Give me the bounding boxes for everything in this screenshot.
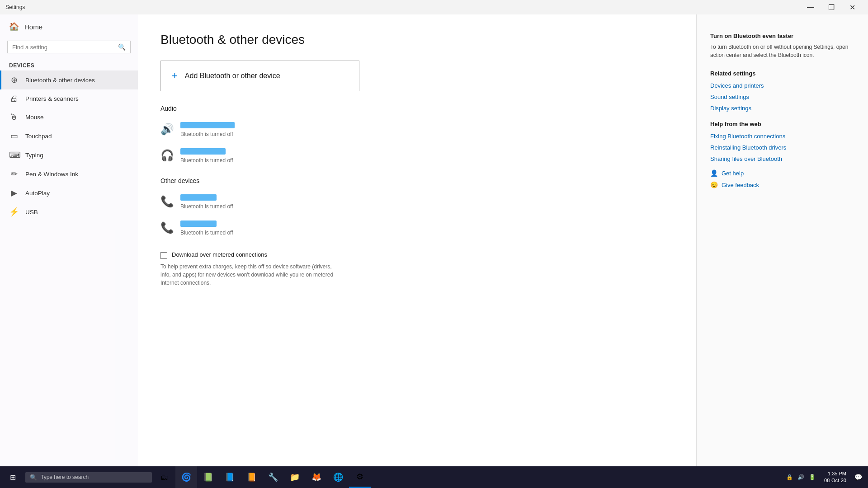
- sidebar-item-label: USB: [25, 209, 38, 216]
- tip-text: To turn Bluetooth on or off without open…: [710, 43, 854, 59]
- sidebar-item-printers[interactable]: 🖨 Printers & scanners: [0, 89, 138, 108]
- typing-icon: ⌨: [9, 150, 19, 160]
- taskbar-app-misc[interactable]: 🔧: [262, 466, 284, 488]
- app-title: Settings: [5, 4, 25, 10]
- sidebar-item-bluetooth[interactable]: ⊕ Bluetooth & other devices: [0, 70, 138, 89]
- usb-icon: ⚡: [9, 207, 19, 217]
- sidebar-item-pen[interactable]: ✏ Pen & Windows Ink: [0, 164, 138, 183]
- audio-device-1-name-blur: [180, 122, 235, 128]
- audio-device-2-info: Bluetooth is turned off: [180, 148, 233, 164]
- sidebar-item-label: Typing: [25, 152, 43, 159]
- help-link-sharing[interactable]: Sharing files over Bluetooth: [710, 155, 854, 162]
- sidebar-item-typing[interactable]: ⌨ Typing: [0, 145, 138, 164]
- touchpad-icon: ▭: [9, 131, 19, 141]
- give-feedback-icon: 😊: [710, 181, 718, 188]
- tray-network-icon[interactable]: 🔒: [785, 473, 794, 481]
- taskbar: ⊞ 🔍 🗂 🌀 📗 📘 📙 🔧 📁 🦊 🌐 ⚙ 🔒 🔊 🔋 1:35 PM 08…: [0, 466, 868, 488]
- sidebar-item-usb[interactable]: ⚡ USB: [0, 202, 138, 221]
- related-link-devices-printers[interactable]: Devices and printers: [710, 82, 854, 89]
- add-device-label: Add Bluetooth or other device: [185, 72, 280, 80]
- pen-icon: ✏: [9, 169, 19, 179]
- taskbar-tray: 🔒 🔊 🔋: [781, 473, 821, 481]
- sidebar-item-label: Bluetooth & other devices: [25, 77, 95, 84]
- sidebar-item-touchpad[interactable]: ▭ Touchpad: [0, 127, 138, 145]
- title-bar-controls: — ❐ ✕: [800, 0, 863, 14]
- sidebar-item-label: AutoPlay: [25, 190, 50, 197]
- search-input[interactable]: [12, 44, 114, 51]
- audio-device-2-status: Bluetooth is turned off: [180, 157, 233, 164]
- tray-time: 1:35 PM: [824, 470, 846, 477]
- related-link-display[interactable]: Display settings: [710, 105, 854, 112]
- get-help-icon: 👤: [710, 169, 718, 177]
- audio-device-2: 🎧 Bluetooth is turned off: [160, 144, 674, 168]
- taskbar-apps: 🗂 🌀 📗 📘 📙 🔧 📁 🦊 🌐 ⚙: [154, 466, 371, 488]
- other-device-2: 📞 Bluetooth is turned off: [160, 216, 674, 240]
- search-box[interactable]: 🔍: [7, 41, 131, 53]
- metered-connections-checkbox[interactable]: [160, 252, 167, 259]
- taskbar-app-settings[interactable]: ⚙: [349, 466, 371, 488]
- mouse-icon: 🖱: [9, 113, 19, 122]
- other-device-1-name-blur: [180, 194, 217, 201]
- give-feedback-label: Give feedback: [722, 182, 759, 188]
- other-device-1: 📞 Bluetooth is turned off: [160, 190, 674, 214]
- close-button[interactable]: ✕: [842, 0, 863, 14]
- start-button[interactable]: ⊞: [2, 466, 24, 488]
- taskbar-search-input[interactable]: [41, 474, 147, 480]
- audio-device-1-status: Bluetooth is turned off: [180, 131, 235, 137]
- sidebar-item-mouse[interactable]: 🖱 Mouse: [0, 108, 138, 127]
- sidebar-section-label: Devices: [0, 59, 138, 70]
- audio-section-header: Audio: [160, 105, 674, 112]
- taskbar-app-chrome[interactable]: 🌐: [327, 466, 349, 488]
- taskbar-app-word[interactable]: 📘: [219, 466, 241, 488]
- tray-volume-icon[interactable]: 🔊: [796, 473, 806, 481]
- taskbar-app-edge[interactable]: 🌀: [175, 466, 197, 488]
- taskbar-app-firefox[interactable]: 🦊: [306, 466, 327, 488]
- app-body: 🏠 Home 🔍 Devices ⊕ Bluetooth & other dev…: [0, 14, 868, 466]
- main-content: Bluetooth & other devices + Add Bluetoot…: [138, 14, 696, 466]
- taskbar-app-ppt[interactable]: 📙: [241, 466, 262, 488]
- windows-icon: ⊞: [10, 473, 16, 482]
- home-label: Home: [24, 23, 42, 31]
- help-link-fixing-bt[interactable]: Fixing Bluetooth connections: [710, 133, 854, 140]
- speaker-icon: 🔊: [160, 123, 174, 136]
- taskbar-app-excel[interactable]: 📗: [197, 466, 219, 488]
- other-device-2-name-blur: [180, 221, 217, 227]
- add-device-button[interactable]: + Add Bluetooth or other device: [160, 61, 359, 91]
- tip-title: Turn on Bluetooth even faster: [710, 33, 854, 39]
- get-help-link[interactable]: 👤 Get help: [710, 169, 854, 177]
- audio-device-1-info: Bluetooth is turned off: [180, 122, 235, 137]
- page-title: Bluetooth & other devices: [160, 33, 674, 47]
- search-icon: 🔍: [118, 43, 126, 51]
- sidebar-item-autoplay[interactable]: ▶ AutoPlay: [0, 183, 138, 202]
- help-link-reinstall[interactable]: Reinstalling Bluetooth drivers: [710, 144, 854, 151]
- related-settings-title: Related settings: [710, 70, 854, 77]
- other-device-1-status: Bluetooth is turned off: [180, 203, 233, 210]
- right-panel: Turn on Bluetooth even faster To turn Bl…: [696, 14, 868, 466]
- tray-clock[interactable]: 1:35 PM 08-Oct-20: [821, 470, 850, 484]
- headphones-icon: 🎧: [160, 149, 174, 162]
- minimize-button[interactable]: —: [800, 0, 821, 14]
- phone-icon-1: 📞: [160, 195, 174, 208]
- checkbox-description: To help prevent extra charges, keep this…: [160, 263, 341, 287]
- taskbar-search[interactable]: 🔍: [25, 472, 152, 483]
- get-help-label: Get help: [722, 170, 744, 177]
- sidebar-item-label: Printers & scanners: [25, 95, 79, 102]
- printers-icon: 🖨: [9, 94, 19, 103]
- title-bar: Settings — ❐ ✕: [0, 0, 868, 14]
- sidebar-item-label: Touchpad: [25, 133, 52, 140]
- taskbar-app-files[interactable]: 📁: [284, 466, 306, 488]
- notification-button[interactable]: 💬: [850, 466, 866, 488]
- related-link-sound[interactable]: Sound settings: [710, 94, 854, 100]
- sidebar-home[interactable]: 🏠 Home: [0, 14, 138, 39]
- autoplay-icon: ▶: [9, 188, 19, 198]
- sidebar: 🏠 Home 🔍 Devices ⊕ Bluetooth & other dev…: [0, 14, 138, 466]
- other-device-2-status: Bluetooth is turned off: [180, 230, 233, 236]
- tray-battery-icon[interactable]: 🔋: [807, 473, 817, 481]
- checkbox-row: Download over metered connections: [160, 251, 674, 259]
- home-icon: 🏠: [9, 22, 19, 32]
- checkbox-section: Download over metered connections To hel…: [160, 251, 674, 287]
- maximize-button[interactable]: ❐: [821, 0, 842, 14]
- give-feedback-link[interactable]: 😊 Give feedback: [710, 181, 854, 188]
- other-devices-section-header: Other devices: [160, 177, 674, 184]
- taskbar-app-store[interactable]: 🗂: [154, 466, 175, 488]
